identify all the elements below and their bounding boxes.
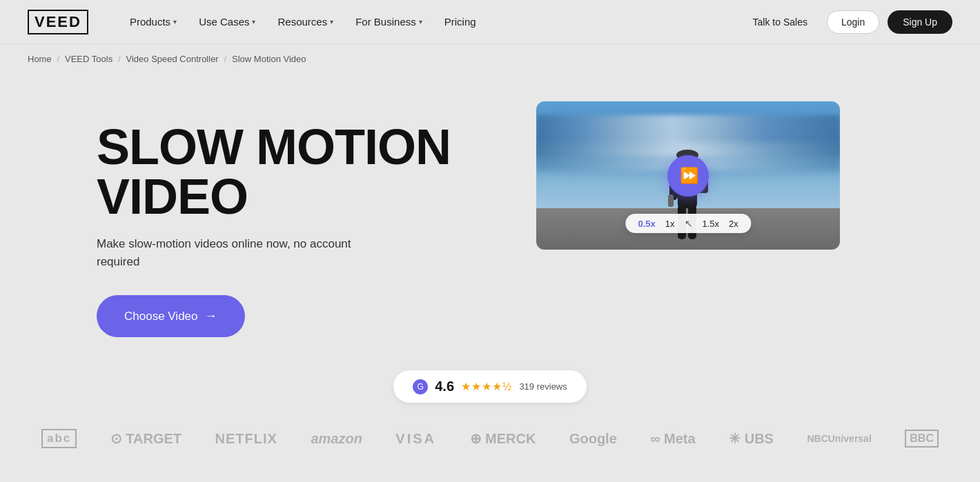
nav-right: Talk to Sales Login Sign Up <box>742 10 952 34</box>
nav-links: Products ▾ Use Cases ▾ Resources ▾ For B… <box>130 16 742 28</box>
brand-ubs: ✳ UBS <box>729 430 774 447</box>
rating-reviews: 319 reviews <box>519 381 567 392</box>
brand-google: Google <box>569 431 617 447</box>
nav-products[interactable]: Products ▾ <box>130 16 177 28</box>
speed-1.5x[interactable]: 1.5x <box>703 219 720 229</box>
brands-strip: abc ⊙ TARGET NETFLIX amazon VISA ⊕ MERCK… <box>0 416 980 461</box>
rating-bar: G 4.6 ★★★★½ 319 reviews <box>393 370 587 403</box>
cursor-icon: ↖ <box>685 218 693 229</box>
hero-subtitle: Make slow-motion videos online now, no a… <box>97 235 359 270</box>
navbar: VEED Products ▾ Use Cases ▾ Resources ▾ … <box>0 0 980 44</box>
breadcrumb-home[interactable]: Home <box>28 54 52 64</box>
speed-2x[interactable]: 2x <box>729 219 738 229</box>
speed-1x[interactable]: 1x <box>665 219 675 229</box>
brand-bbc: BBC <box>905 430 939 448</box>
chevron-down-icon: ▾ <box>330 18 333 26</box>
arrow-icon: → <box>205 309 217 323</box>
brand-target: ⊙ TARGET <box>110 430 182 447</box>
login-button[interactable]: Login <box>827 10 879 34</box>
speed-0.5x[interactable]: 0.5x <box>638 219 655 229</box>
logo[interactable]: VEED <box>28 10 88 34</box>
hero-section: SLOW MOTION VIDEO Make slow-motion video… <box>0 74 980 363</box>
nav-pricing[interactable]: Pricing <box>444 16 476 28</box>
rating-score: 4.6 <box>435 379 454 394</box>
choose-video-button[interactable]: Choose Video → <box>97 295 245 337</box>
chevron-down-icon: ▾ <box>252 18 255 26</box>
nav-resources[interactable]: Resources ▾ <box>277 16 333 28</box>
chevron-down-icon: ▾ <box>419 18 422 26</box>
breadcrumb-video-speed-controller[interactable]: Video Speed Controller <box>126 54 219 64</box>
fast-forward-icon: ⏩ <box>680 167 698 185</box>
rating-section: G 4.6 ★★★★½ 319 reviews <box>0 370 980 403</box>
breadcrumb-current: Slow Motion Video <box>232 54 306 64</box>
talk-to-sales-button[interactable]: Talk to Sales <box>742 11 819 33</box>
signup-button[interactable]: Sign Up <box>888 10 952 34</box>
breadcrumb-sep-3: / <box>224 54 226 64</box>
brand-nbcuniversal: NBCUniversal <box>807 433 871 444</box>
brand-visa: VISA <box>395 431 436 447</box>
brand-netflix: NETFLIX <box>215 431 277 447</box>
hero-title: SLOW MOTION VIDEO <box>97 122 451 221</box>
nav-for-business[interactable]: For Business ▾ <box>355 16 422 28</box>
brand-meta: ∞ Meta <box>650 431 695 447</box>
breadcrumb-sep-1: / <box>57 54 59 64</box>
rating-platform-icon: G <box>413 379 428 394</box>
breadcrumb: Home / VEED Tools / Video Speed Controll… <box>0 44 980 74</box>
brand-abc: abc <box>41 429 77 448</box>
brand-amazon: amazon <box>311 431 362 447</box>
rating-stars: ★★★★½ <box>461 380 512 393</box>
hero-left: SLOW MOTION VIDEO Make slow-motion video… <box>97 101 451 337</box>
svg-rect-7 <box>668 194 674 207</box>
chevron-down-icon: ▾ <box>173 18 177 26</box>
breadcrumb-sep-2: / <box>118 54 120 64</box>
video-thumbnail: ⏩ 0.5x 1x ↖ 1.5x 2x <box>536 101 840 250</box>
brand-merck: ⊕ MERCK <box>470 430 536 447</box>
breadcrumb-veed-tools[interactable]: VEED Tools <box>65 54 112 64</box>
nav-use-cases[interactable]: Use Cases ▾ <box>199 16 255 28</box>
play-button[interactable]: ⏩ <box>667 155 709 197</box>
hero-right: ⏩ 0.5x 1x ↖ 1.5x 2x <box>493 101 883 250</box>
speed-control-bar: 0.5x 1x ↖ 1.5x 2x <box>625 214 750 233</box>
